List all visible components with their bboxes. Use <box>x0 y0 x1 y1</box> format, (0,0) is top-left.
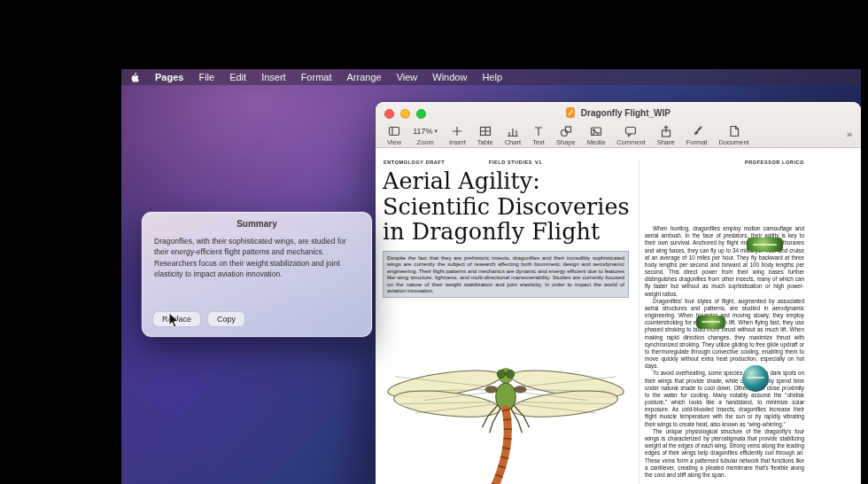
menu-item-window[interactable]: Window <box>432 72 467 82</box>
document-icon <box>728 125 740 137</box>
table-icon <box>479 125 492 137</box>
window-title-row: Dragonfly Flight_WIP <box>376 107 861 120</box>
doc-header-left: ENTOMOLOGY DRAFT <box>384 160 445 165</box>
toolbar-shape-button[interactable]: Shape <box>556 125 576 146</box>
apple-menu[interactable] <box>130 71 140 83</box>
doc-header-right: PROFESSOR LORICO <box>645 160 804 165</box>
document-canvas[interactable]: ENTOMOLOGY DRAFT FIELD STUDIES V1 PROFES… <box>376 149 861 484</box>
paragraph[interactable]: When hunting, dragonflies employ motion … <box>645 225 804 298</box>
toolbar-zoom-control[interactable]: 117% ▾ Zoom <box>413 125 438 146</box>
pages-window: Dragonfly Flight_WIP View 117% ▾ Zoom <box>376 102 861 484</box>
shape-icon <box>560 125 572 137</box>
dragonfly-illustration[interactable] <box>379 349 632 484</box>
popup-title: Summary <box>143 213 371 229</box>
screen: Pages File Edit Insert Format Arrange Vi… <box>0 0 868 484</box>
toolbar-share-button[interactable]: Share <box>657 125 675 146</box>
toolbar-media-button[interactable]: Media <box>587 125 605 146</box>
chart-icon <box>507 125 519 137</box>
doc-header-version: V1 <box>535 160 542 165</box>
toolbar-text-button[interactable]: Text <box>532 125 545 146</box>
article-title[interactable]: Aerial Agility: Scientific Discoveries i… <box>383 168 648 245</box>
highlighted-selection-paragraph[interactable]: Despite the fact that they are prehistor… <box>383 251 629 298</box>
menu-item-pages[interactable]: Pages <box>155 72 183 82</box>
window-title: Dragonfly Flight_WIP <box>581 108 670 118</box>
doc-header-center: FIELD STUDIES <box>489 160 532 165</box>
menu-item-file[interactable]: File <box>198 72 214 82</box>
dragonfly-silhouette <box>701 321 720 323</box>
menu-item-help[interactable]: Help <box>482 72 502 82</box>
media-icon <box>590 125 602 137</box>
popup-buttons: Replace Copy <box>152 311 245 327</box>
apple-logo-icon <box>130 72 140 83</box>
toolbar-format-button[interactable]: Format <box>686 125 708 146</box>
share-icon <box>660 125 672 137</box>
insert-icon <box>451 125 463 137</box>
window-header[interactable]: Dragonfly Flight_WIP View 117% ▾ Zoom <box>376 102 861 148</box>
toolbar: View 117% ▾ Zoom Insert <box>376 123 861 148</box>
paragraph[interactable]: Dragonflies’ four styles of flight, augm… <box>645 298 804 371</box>
toolbar-comment-button[interactable]: Comment <box>616 125 646 146</box>
menu-item-edit[interactable]: Edit <box>229 72 246 82</box>
toolbar-insert-button[interactable]: Insert <box>449 125 466 146</box>
text-icon <box>532 125 545 137</box>
toolbar-view-button[interactable]: View <box>387 125 401 146</box>
menu-bar: Pages File Edit Insert Format Arrange Vi… <box>121 69 861 85</box>
view-icon <box>388 125 400 137</box>
dragonfly-photo-thumbnail[interactable] <box>747 238 783 252</box>
copy-button[interactable]: Copy <box>207 311 245 327</box>
menu-item-view[interactable]: View <box>397 72 418 82</box>
dragonfly-silhouette <box>753 244 776 246</box>
format-icon <box>691 125 703 137</box>
toolbar-chart-button[interactable]: Chart <box>505 125 521 146</box>
toolbar-table-button[interactable]: Table <box>477 125 493 146</box>
paragraph[interactable]: To avoid overheating, some species also … <box>645 370 804 427</box>
toolbar-document-button[interactable]: Document <box>718 125 748 146</box>
column-divider <box>639 160 639 484</box>
summary-text: Dragonflies, with their sophisticated wi… <box>143 229 371 279</box>
mouse-cursor <box>168 312 180 329</box>
desktop-wallpaper: Pages File Edit Insert Format Arrange Vi… <box>121 69 861 484</box>
body-text-column[interactable]: When hunting, dragonflies employ motion … <box>645 225 804 484</box>
dragonfly-photo-circle[interactable] <box>742 365 769 392</box>
comment-icon <box>624 125 637 137</box>
dragonfly-silhouette <box>747 377 763 379</box>
zoom-value: 117% <box>413 127 432 136</box>
toolbar-overflow-button[interactable]: » <box>847 125 852 139</box>
pages-document-icon <box>566 107 575 120</box>
menu-item-format[interactable]: Format <box>301 72 332 82</box>
menu-item-insert[interactable]: Insert <box>261 72 286 82</box>
menu-item-arrange[interactable]: Arrange <box>346 72 381 82</box>
paragraph[interactable]: The unique physiological structure of th… <box>645 428 804 479</box>
chevron-down-icon: ▾ <box>434 128 438 135</box>
dragonfly-photo-thumbnail[interactable] <box>696 316 725 329</box>
